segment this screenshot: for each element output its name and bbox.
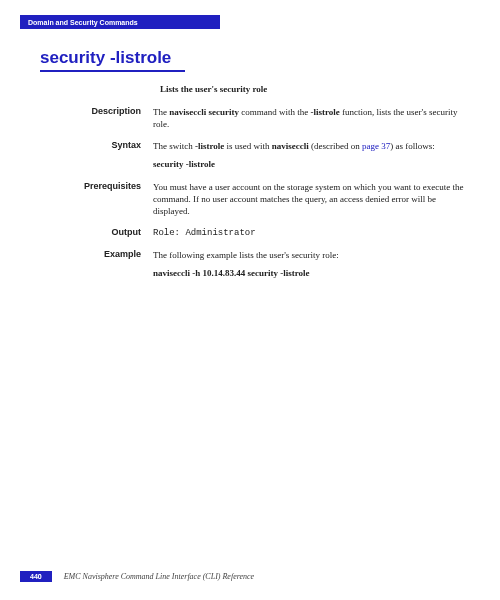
footer-doc-title: EMC Navisphere Command Line Interface (C… bbox=[64, 572, 254, 581]
page-number: 440 bbox=[20, 571, 52, 582]
syntax-value: The switch -listrole is used with navise… bbox=[153, 140, 470, 170]
example-row: Example The following example lists the … bbox=[40, 249, 470, 279]
command-title: security -listrole bbox=[40, 48, 185, 72]
output-value: Role: Administrator bbox=[153, 227, 470, 239]
page-footer: 440 EMC Navisphere Command Line Interfac… bbox=[20, 571, 254, 582]
example-value: The following example lists the user's s… bbox=[153, 249, 470, 279]
description-value: The naviseccli security command with the… bbox=[153, 106, 470, 130]
section-header-text: Domain and Security Commands bbox=[28, 19, 138, 26]
description-label: Description bbox=[40, 106, 153, 130]
description-row: Description The naviseccli security comm… bbox=[40, 106, 470, 130]
section-header: Domain and Security Commands bbox=[20, 15, 220, 29]
example-label: Example bbox=[40, 249, 153, 279]
page-content: security -listrole Lists the user's secu… bbox=[40, 48, 470, 289]
command-summary: Lists the user's security role bbox=[160, 84, 470, 94]
prerequisites-value: You must have a user account on the stor… bbox=[153, 181, 470, 217]
syntax-command: security -listrole bbox=[153, 158, 470, 170]
syntax-label: Syntax bbox=[40, 140, 153, 170]
prerequisites-row: Prerequisites You must have a user accou… bbox=[40, 181, 470, 217]
prerequisites-label: Prerequisites bbox=[40, 181, 153, 217]
output-row: Output Role: Administrator bbox=[40, 227, 470, 239]
output-label: Output bbox=[40, 227, 153, 239]
example-command: naviseccli -h 10.14.83.44 security -list… bbox=[153, 267, 470, 279]
syntax-row: Syntax The switch -listrole is used with… bbox=[40, 140, 470, 170]
page-link[interactable]: page 37 bbox=[362, 141, 390, 151]
